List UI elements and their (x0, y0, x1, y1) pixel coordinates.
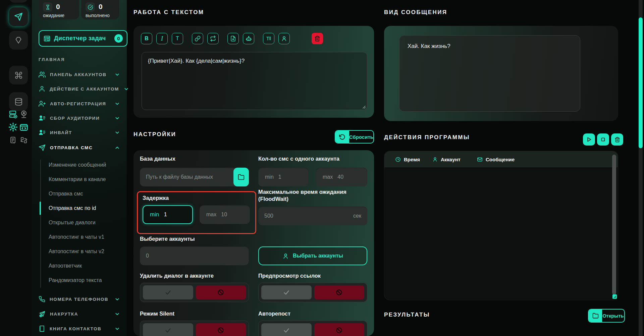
sidebar-subitem[interactable]: Рандомизатор текста (49, 276, 102, 284)
floodwait-label: Максимальное время ожидания (FloodWait) (258, 188, 346, 203)
sidebar-subitem[interactable]: Автопостинг в чаты v1 (49, 233, 104, 241)
toggle-yes-button[interactable] (143, 323, 193, 336)
delay-max-input[interactable]: max 10 (200, 205, 250, 224)
sidebar-item-boosting[interactable]: НАКРУТКА (39, 310, 120, 318)
start-button[interactable] (583, 133, 595, 146)
toggle-yes-button[interactable] (261, 323, 312, 336)
pending-stat-card: 0 ожидание (39, 0, 79, 19)
program-actions-title: ДЕЙСТВИЯ ПРОГРАММЫ (384, 134, 470, 141)
webcam-icon[interactable] (19, 110, 28, 119)
toggle-no-button[interactable] (314, 285, 365, 299)
chevron-up-icon (114, 145, 120, 151)
chevron-down-icon (114, 101, 120, 107)
column-message[interactable]: Сообщение (477, 151, 515, 167)
text-button[interactable]: T (172, 33, 183, 44)
reset-settings-button[interactable]: Сбросить (335, 130, 374, 144)
sidebar-item-auto-registration[interactable]: АВТО-РЕГИСТРАЦИЯ (39, 99, 120, 108)
document-check-icon[interactable] (9, 136, 17, 144)
delay-min-input[interactable]: min 1 (143, 205, 193, 224)
sidebar-item-audience-collection[interactable]: СБОР АУДИТОРИИ (39, 114, 120, 122)
file-download-icon (230, 36, 236, 42)
sidebar-item-label: АВТО-РЕГИСТРАЦИЯ (50, 101, 106, 106)
text-format-button[interactable] (263, 33, 274, 44)
database-placeholder: Путь к файлу базы данных (146, 174, 213, 180)
send-plus-icon (39, 311, 46, 318)
attach-file-button[interactable] (227, 33, 239, 44)
rail-command-button[interactable] (9, 66, 28, 85)
sms-max-input[interactable]: max 40 (316, 168, 367, 186)
sms-count-label: Кол-во смс с одного аккаунта (258, 156, 339, 162)
toggle-yes-button[interactable] (261, 285, 312, 299)
mention-user-button[interactable] (278, 33, 290, 44)
hourglass-icon (43, 2, 52, 12)
gear-icon[interactable] (8, 122, 18, 132)
rail-top-button[interactable] (9, 0, 28, 3)
message-view-title: ВИД СООБЩЕНИЯ (384, 9, 447, 16)
sidebar-subitem[interactable]: Открытые диалоги (49, 219, 96, 227)
sidebar-item-invite[interactable]: ИНВАЙТ (39, 128, 120, 137)
rail-diamond-button[interactable] (9, 31, 28, 50)
toggle-no-button[interactable] (196, 285, 246, 299)
open-results-button[interactable]: Открыть (588, 309, 625, 323)
column-account[interactable]: Аккаунт (432, 151, 461, 167)
prohibition-icon (335, 289, 343, 296)
resize-grip-icon[interactable] (362, 105, 366, 109)
select-accounts-button[interactable]: Выбрать аккаунты (258, 246, 367, 265)
stop-icon (600, 136, 606, 143)
column-label: Аккаунт (441, 157, 461, 162)
sidebar-item-accounts-panel[interactable]: ПАНЕЛЬ АККАУНТОВ (39, 70, 120, 79)
program-actions-table: Время Аккаунт Сообщение (384, 151, 618, 300)
trash-icon (614, 137, 620, 143)
repeat-button[interactable] (207, 33, 219, 44)
sidebar-subitem[interactable]: Комментарии в канале (49, 175, 106, 183)
server-check-icon[interactable] (9, 110, 17, 119)
sidebar-subitem[interactable]: Отправка смс (49, 190, 83, 198)
sidebar-item-phone-numbers[interactable]: НОМЕРА ТЕЛЕФОНОВ (39, 295, 120, 303)
code-window-icon[interactable] (19, 123, 29, 132)
database-path-input[interactable]: Путь к файлу базы данных (140, 168, 249, 186)
toggle-no-button[interactable] (196, 323, 246, 336)
floodwait-input[interactable]: 500 сек (258, 207, 367, 225)
sidebar-item-sms-sending[interactable]: ОТПРАВКА СМС (39, 143, 120, 152)
table-resize-handle[interactable] (612, 294, 617, 299)
sidebar-item-account-actions[interactable]: ДЕЙСТВИЕ С АККАУНТОМ (39, 85, 120, 93)
stop-button[interactable] (597, 133, 609, 146)
browse-database-button[interactable] (233, 168, 249, 186)
send-icon (14, 12, 23, 21)
send-icon (39, 144, 46, 151)
chevron-down-icon (114, 115, 120, 121)
accounts-count-input[interactable]: 0 (140, 246, 249, 265)
message-template-textarea[interactable]: {Привет|Хай}. Как {дела|сам|жизнь}? (142, 52, 367, 110)
task-manager-button[interactable]: Диспетчер задач 0 (39, 30, 127, 47)
link-button[interactable] (192, 33, 203, 44)
database-icon (14, 98, 23, 106)
min-prefix: min (150, 211, 159, 218)
sidebar-subitem[interactable]: Автопостинг в чаты v2 (49, 247, 104, 256)
toggle-yes-button[interactable] (143, 285, 193, 299)
sidebar-subitem[interactable]: Изменение сообщений (49, 161, 106, 169)
min-value: 1 (278, 174, 281, 180)
rail-database-button[interactable] (9, 92, 28, 111)
sidebar-subitem[interactable]: Автоответчик (49, 262, 82, 270)
floodwait-value: 500 (264, 213, 273, 219)
page-scrollbar-thumb[interactable] (639, 17, 643, 148)
italic-button[interactable]: I (156, 33, 168, 44)
right-column: ВИД СООБЩЕНИЯ Хай. Как жизнь? ДЕЙСТВИЯ П… (384, 0, 619, 336)
phone-icon (39, 296, 45, 302)
user-plus-icon (39, 100, 46, 107)
rail-send-button[interactable] (9, 7, 28, 26)
swap-icon[interactable] (20, 136, 28, 144)
sidebar-subitem-active[interactable]: Отправка смс по id (49, 204, 96, 212)
pending-count: 0 (56, 3, 60, 11)
clear-actions-button[interactable] (611, 133, 623, 146)
clear-text-button[interactable] (312, 33, 323, 44)
mail-icon (477, 157, 483, 162)
bot-button[interactable] (243, 33, 254, 44)
sms-min-input[interactable]: min 1 (258, 168, 309, 186)
bold-button[interactable]: B (141, 33, 152, 44)
done-stat-card: 0 выполнено (81, 0, 119, 19)
sidebar-item-contact-book[interactable]: КНИГА КОНТАКТОВ (39, 324, 120, 333)
table-scrollbar-thumb[interactable] (612, 155, 616, 295)
column-time[interactable]: Время (395, 151, 420, 167)
toggle-no-button[interactable] (314, 323, 365, 336)
